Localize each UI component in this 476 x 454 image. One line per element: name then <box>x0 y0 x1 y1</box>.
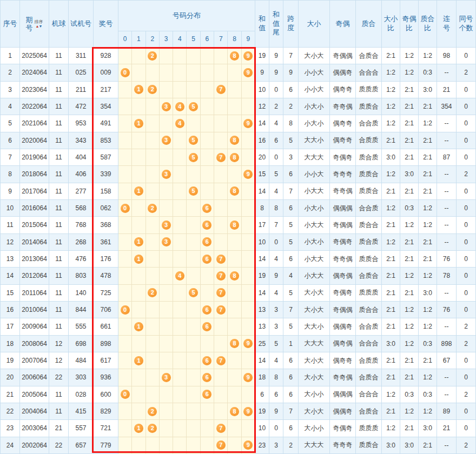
distribution-cell-7 <box>214 233 228 250</box>
table-row: 16 2010064 11 844 706 0 6 7 13 3 7 大小大 奇… <box>1 301 476 318</box>
size-pattern-cell: 小大大 <box>299 183 330 199</box>
same-count-cell: 0 <box>457 233 476 250</box>
size-pattern-cell: 大大大 <box>299 335 330 352</box>
distribution-cell-9 <box>241 284 255 301</box>
distribution-cell-9 <box>241 318 255 335</box>
consecutive-cell: 76 <box>437 301 457 318</box>
consecutive-cell: -- <box>437 233 457 250</box>
distribution-cell-1 <box>132 98 146 115</box>
winning-number-cell: 725 <box>94 284 118 301</box>
distribution-cell-0 <box>118 233 132 250</box>
number-badge: 8 <box>230 407 239 416</box>
size-pattern-cell: 大大大 <box>299 149 330 165</box>
prime-pattern-cell: 质质合 <box>356 166 382 183</box>
number-badge: 3 <box>162 373 171 382</box>
span-cell: 6 <box>283 199 299 216</box>
distribution-cell-4 <box>173 48 187 64</box>
distribution-cell-7: 7 <box>214 81 228 98</box>
table-row: 23 2003064 21 557 721 1 2 7 10 0 6 大小小 奇… <box>1 420 476 437</box>
distribution-cell-3 <box>159 268 173 284</box>
parity-ratio-cell: 1:2 <box>400 403 419 419</box>
distribution-cell-7 <box>214 386 228 403</box>
distribution-cell-4 <box>173 420 187 437</box>
period-cell: 2019064 <box>20 149 49 165</box>
size-pattern-cell: 大大小 <box>299 318 330 335</box>
distribution-cell-6: 6 <box>200 217 214 233</box>
distribution-cell-2: 2 <box>146 403 159 419</box>
table-row: 20 2006064 22 303 936 3 6 9 18 8 6 大小大 奇… <box>1 369 476 386</box>
consecutive-cell: 76 <box>437 250 457 267</box>
sum-cell: 25 <box>255 335 269 352</box>
seq-cell: 17 <box>1 318 20 335</box>
test-number-cell: 025 <box>69 64 94 81</box>
machine-ball-cell: 11 <box>49 217 69 233</box>
sort-desc-icon[interactable]: ▼ <box>39 24 42 28</box>
sum-cell: 19 <box>255 268 269 284</box>
size-pattern-cell: 大小大 <box>299 403 330 419</box>
distribution-cell-0: 0 <box>118 199 132 216</box>
distribution-cell-0 <box>118 115 132 132</box>
number-badge: 6 <box>202 221 211 230</box>
number-badge: 0 <box>121 68 130 77</box>
prime-ratio-cell: 1:2 <box>419 199 437 216</box>
table-row: 2 2024064 11 025 009 0 9 9 9 9 小小大 偶偶奇 合… <box>1 64 476 81</box>
test-number-cell: 953 <box>69 115 94 132</box>
distribution-cell-9: 9 <box>241 335 255 352</box>
distribution-cell-3 <box>159 81 173 98</box>
sort-control[interactable]: 排序 ▲▼ <box>35 19 43 29</box>
number-badge: 6 <box>202 255 211 264</box>
distribution-cell-3 <box>159 183 173 199</box>
distribution-cell-9 <box>241 183 255 199</box>
number-badge: 6 <box>202 373 211 382</box>
distribution-cell-6: 6 <box>200 199 214 216</box>
parity-ratio-cell: 1:2 <box>400 268 419 284</box>
distribution-cell-4 <box>173 199 187 216</box>
table-row: 1 2025064 11 311 928 2 8 9 19 9 7 大小大 奇偶… <box>1 48 476 64</box>
size-pattern-cell: 大小小 <box>299 386 330 403</box>
parity-pattern-cell: 奇偶偶 <box>330 217 356 233</box>
distribution-cell-7: 7 <box>214 420 228 437</box>
prime-pattern-cell: 质合合 <box>356 301 382 318</box>
same-count-cell: 0 <box>457 284 476 301</box>
size-ratio-cell: 3:0 <box>382 149 400 165</box>
distribution-cell-4 <box>173 183 187 199</box>
sum-cell: 6 <box>255 386 269 403</box>
distribution-cell-6: 6 <box>200 386 214 403</box>
sum-cell: 9 <box>255 64 269 81</box>
table-row: 7 2019064 11 404 587 5 7 8 20 0 3 大大大 奇偶… <box>1 149 476 165</box>
span-cell: 5 <box>283 233 299 250</box>
machine-ball-cell: 22 <box>49 369 69 386</box>
distribution-cell-2 <box>146 183 159 199</box>
prime-pattern-cell: 质质质 <box>356 420 382 437</box>
prime-pattern-cell: 质合质 <box>356 233 382 250</box>
distribution-cell-3 <box>159 250 173 267</box>
size-pattern-cell: 小小大 <box>299 81 330 98</box>
distribution-cell-5 <box>187 369 200 386</box>
test-number-cell: 140 <box>69 284 94 301</box>
distribution-cell-0 <box>118 183 132 199</box>
size-ratio-cell: 1:2 <box>382 81 400 98</box>
period-cell: 2002064 <box>20 437 49 453</box>
prime-ratio-cell: 1:2 <box>419 48 437 64</box>
period-char-2: 号 <box>26 24 33 32</box>
distribution-cell-5 <box>187 199 200 216</box>
distribution-cell-5 <box>187 115 200 132</box>
seq-cell: 20 <box>1 369 20 386</box>
machine-ball-cell: 11 <box>49 268 69 284</box>
parity-ratio-cell: 3:0 <box>400 437 419 453</box>
distribution-cell-6 <box>200 64 214 81</box>
seq-cell: 13 <box>1 250 20 267</box>
span-cell: 6 <box>283 81 299 98</box>
same-count-cell: 2 <box>457 386 476 403</box>
parity-pattern-cell: 奇奇偶 <box>330 369 356 386</box>
table-row: 13 2013064 11 476 176 1 6 7 14 4 6 小大大 奇… <box>1 250 476 267</box>
sum-cell: 23 <box>255 437 269 453</box>
machine-ball-cell: 11 <box>49 149 69 165</box>
winning-number-cell: 829 <box>94 403 118 419</box>
seq-cell: 24 <box>1 437 20 453</box>
distribution-cell-0 <box>118 48 132 64</box>
number-badge: 7 <box>216 271 226 281</box>
consecutive-cell: 67 <box>437 352 457 369</box>
col-header-prime-ratio: 质合 比 <box>419 1 437 48</box>
distribution-cell-3 <box>159 352 173 369</box>
